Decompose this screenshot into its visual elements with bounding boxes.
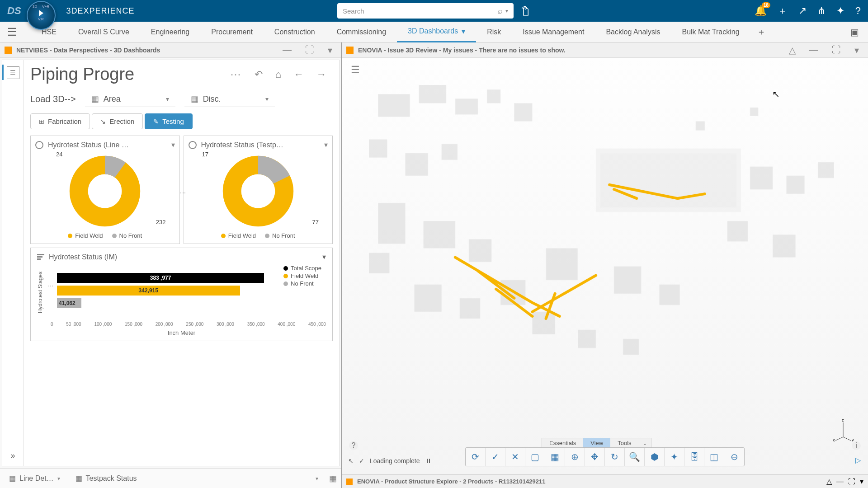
tool-cube[interactable]: ⬢ — [645, 448, 665, 466]
add-tab-button[interactable]: ＋ — [750, 26, 772, 38]
minimize-icon[interactable]: — — [278, 45, 296, 55]
chevron-down-icon: ▾ — [166, 95, 169, 103]
tab-engineering[interactable]: Engineering — [140, 22, 200, 42]
search-input[interactable] — [343, 7, 498, 15]
fabrication-pill[interactable]: ⊞Fabrication — [30, 113, 90, 129]
play-icon[interactable]: ▷ — [855, 456, 861, 465]
pause-icon[interactable]: ⏸ — [425, 457, 432, 465]
tool-pan[interactable]: ✥ — [585, 448, 605, 466]
help-icon[interactable]: ? — [855, 5, 861, 17]
menu-icon[interactable]: ☰ — [7, 26, 17, 38]
search-box[interactable]: ⌕ ▾ — [337, 3, 514, 19]
vtab-tools[interactable]: Tools — [610, 438, 638, 448]
svg-text:y: y — [852, 438, 854, 441]
area-dropdown[interactable]: ▦ Area ▾ — [85, 91, 175, 107]
cloud-icon[interactable]: △ — [826, 477, 832, 486]
back-icon[interactable]: ← — [288, 69, 310, 80]
bar-field-weld[interactable]: 342,915 — [57, 286, 326, 296]
tool-explode[interactable]: ✦ — [665, 448, 684, 466]
tool-hide[interactable]: ⊖ — [724, 448, 744, 466]
tool-split[interactable]: ◫ — [704, 448, 724, 466]
tool-delete[interactable]: ✕ — [505, 448, 525, 466]
search-icon[interactable]: ⌕ — [498, 6, 503, 16]
cloud-icon[interactable]: △ — [784, 45, 800, 56]
tool-iso[interactable]: ▦ — [545, 448, 565, 466]
svg-point-0 — [79, 165, 131, 217]
svg-rect-9 — [442, 144, 458, 160]
svg-rect-8 — [405, 153, 428, 176]
pointer-icon[interactable]: ↖ — [348, 457, 354, 465]
tool-zoom[interactable]: ⊕ — [565, 448, 585, 466]
maximize-icon[interactable]: ⛶ — [827, 45, 845, 55]
legend-item[interactable]: No Front — [265, 232, 295, 239]
svg-rect-26 — [614, 267, 641, 294]
network-icon[interactable]: ⋔ — [817, 5, 826, 17]
tool-front[interactable]: ▢ — [525, 448, 545, 466]
notification-badge: 18 — [762, 2, 770, 8]
tool-refresh[interactable]: ⟳ — [466, 448, 486, 466]
bar-total-scope[interactable]: 383 ,977 — [57, 273, 326, 283]
tab-risk[interactable]: Risk — [476, 22, 512, 42]
donut-chart-testpack[interactable] — [220, 153, 297, 230]
maximize-icon[interactable]: ⛶ — [848, 478, 855, 486]
comment-icon[interactable]: ▣ — [850, 27, 859, 38]
tool-check[interactable]: ✓ — [486, 448, 505, 466]
chevron-down-icon[interactable]: ▾ — [505, 8, 508, 14]
vtab-view[interactable]: View — [583, 438, 610, 448]
drag-handle-icon[interactable]: ⋮ — [179, 190, 187, 196]
tool-fit[interactable]: 🔍 — [625, 448, 645, 466]
chart-title: Hydrotest Status (IM) — [49, 253, 117, 261]
grid-icon: ▦ — [91, 94, 99, 104]
erection-pill[interactable]: ↘Erection — [92, 113, 143, 129]
3d-model[interactable] — [342, 58, 868, 430]
chevron-down-icon[interactable]: ▾ — [171, 141, 175, 149]
home-icon[interactable]: ⌂ — [269, 69, 288, 80]
grid-view-icon[interactable]: ▦ — [329, 474, 337, 483]
tab-construction[interactable]: Construction — [264, 22, 326, 42]
add-icon[interactable]: ＋ — [778, 4, 788, 18]
chevron-down-icon[interactable]: ▾ — [860, 477, 863, 486]
legend-item[interactable]: Field Weld — [68, 232, 103, 239]
svg-rect-3 — [419, 85, 446, 103]
chevron-down-icon[interactable]: ▾ — [323, 45, 337, 56]
btab-testpack-status[interactable]: ▦Testpack Status▾ — [71, 472, 323, 484]
tool-rotate[interactable]: ↻ — [605, 448, 625, 466]
testing-pill[interactable]: ✎Testing — [145, 113, 193, 129]
forward-icon[interactable]: → — [310, 69, 333, 80]
flag-icon[interactable]: ✦ — [836, 5, 844, 17]
tab-bulk-mat-tracking[interactable]: Bulk Mat Tracking — [671, 22, 750, 42]
chevron-down-icon[interactable]: ▾ — [322, 253, 326, 261]
list-icon[interactable]: ☰ — [7, 66, 19, 79]
btab-line-details[interactable]: ▦Line Det…▾ — [5, 472, 65, 484]
tab-backlog-analysis[interactable]: Backlog Analysis — [595, 22, 671, 42]
chevron-down-icon[interactable]: ▾ — [324, 141, 328, 149]
maximize-icon[interactable]: ⛶ — [301, 45, 319, 55]
svg-rect-29 — [750, 108, 758, 116]
chevron-down-icon[interactable]: ▾ — [850, 45, 863, 56]
tab-procurement[interactable]: Procurement — [200, 22, 264, 42]
legend-item[interactable]: Total Scope — [283, 265, 321, 272]
help-icon[interactable]: ? — [349, 441, 358, 450]
chevron-down-icon[interactable]: ⌄ — [639, 438, 651, 448]
minimize-icon[interactable]: — — [805, 45, 823, 55]
undo-icon[interactable]: ↶ — [248, 69, 269, 80]
more-icon[interactable]: ⋯ — [224, 68, 248, 81]
bar-no-front[interactable]: 41,062 — [57, 298, 326, 308]
vtab-essentials[interactable]: Essentials — [542, 438, 583, 448]
tab-commissioning[interactable]: Commissioning — [326, 22, 397, 42]
notification-icon[interactable]: 🔔18 — [755, 5, 767, 17]
legend-item[interactable]: Field Weld — [221, 232, 256, 239]
tab-3d-dashboards[interactable]: 3D Dashboards ▾ — [397, 22, 476, 42]
tag-icon[interactable]: 🏷 — [519, 5, 532, 16]
disc-dropdown[interactable]: ▦ Disc. ▾ — [184, 91, 275, 107]
legend-item[interactable]: No Front — [112, 232, 142, 239]
donut-chart-line[interactable] — [66, 153, 143, 230]
expand-icon[interactable]: » — [10, 451, 15, 460]
share-icon[interactable]: ↗ — [798, 5, 807, 17]
minimize-icon[interactable]: — — [836, 478, 844, 486]
status-text: Loading complete — [370, 457, 420, 465]
tab-issue-management[interactable]: Issue Management — [512, 22, 595, 42]
compass-icon[interactable]: 3D V+R V.R — [27, 1, 56, 30]
3d-viewer[interactable]: ☰ ↖ — [342, 58, 868, 474]
tool-db[interactable]: 🗄 — [684, 448, 704, 466]
